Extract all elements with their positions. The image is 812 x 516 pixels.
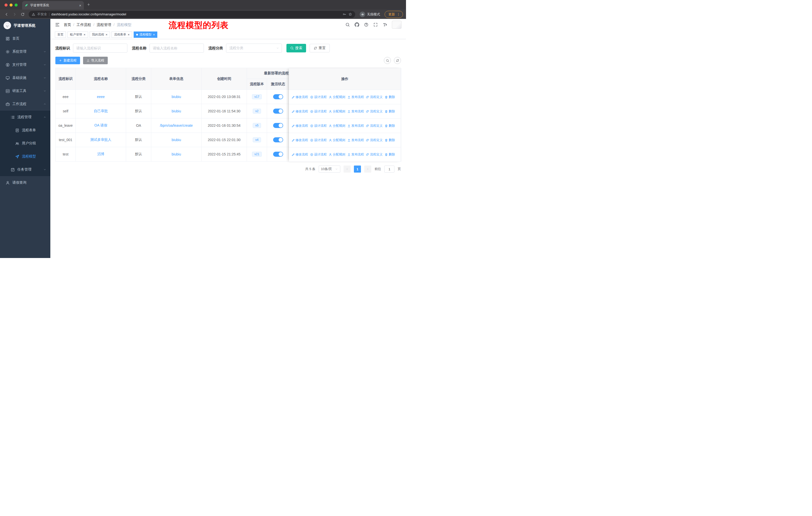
sidebar-item-user-group[interactable]: 用户分组	[0, 137, 50, 150]
help-icon[interactable]	[364, 22, 369, 27]
zoom-window-button[interactable]	[14, 3, 18, 6]
next-page-button[interactable]	[364, 166, 371, 172]
sidebar-item-process-manage[interactable]: 流程管理	[0, 111, 50, 124]
delete-link[interactable]: 删除	[385, 124, 395, 128]
close-tab-icon[interactable]: ×	[106, 33, 108, 36]
sidebar-item-payment[interactable]: 支付管理	[0, 58, 50, 71]
assign-rule-link[interactable]: 分配规则	[329, 153, 345, 157]
view-tab-home[interactable]: 首页	[55, 31, 66, 38]
process-key-input[interactable]	[73, 44, 127, 53]
modify-process-link[interactable]: 修改流程	[291, 138, 308, 142]
sidebar-item-home[interactable]: 首页	[0, 32, 50, 45]
publish-process-link[interactable]: 发布流程	[347, 109, 364, 114]
close-tab-icon[interactable]: ×	[153, 33, 155, 36]
process-definition-link[interactable]: 流程定义	[366, 124, 383, 128]
design-process-link[interactable]: 设计流程	[310, 138, 327, 142]
create-process-button[interactable]: 新建流程	[55, 57, 80, 64]
close-tab-icon[interactable]: ×	[79, 3, 81, 7]
process-name-link[interactable]: eeee	[97, 95, 105, 99]
delete-link[interactable]: 删除	[385, 138, 395, 142]
sidebar-item-system[interactable]: 系统管理	[0, 45, 50, 58]
hamburger-icon[interactable]	[55, 22, 60, 27]
publish-process-link[interactable]: 发布流程	[347, 153, 364, 157]
sidebar-item-process-form[interactable]: 流程表单	[0, 124, 50, 137]
assign-rule-link[interactable]: 分配规则	[329, 138, 345, 142]
view-tab-tenant-manage[interactable]: 租户管理×	[67, 31, 88, 38]
view-tab-process-form[interactable]: 流程表单×	[112, 31, 132, 38]
delete-link[interactable]: 删除	[385, 153, 395, 157]
process-definition-link[interactable]: 流程定义	[366, 109, 383, 114]
process-definition-link[interactable]: 流程定义	[366, 138, 383, 142]
assign-rule-link[interactable]: 分配规则	[329, 124, 345, 128]
bookmark-star-icon[interactable]	[348, 12, 352, 16]
process-name-link[interactable]: 自己审批	[94, 109, 108, 113]
close-window-button[interactable]	[4, 3, 7, 6]
modify-process-link[interactable]: 修改流程	[291, 109, 308, 114]
breadcrumb-item[interactable]: 工作流程	[77, 22, 91, 27]
sidebar-item-process-model[interactable]: 流程模型	[0, 150, 50, 163]
github-icon[interactable]	[355, 22, 359, 27]
minimize-window-button[interactable]	[9, 3, 12, 6]
sidebar-item-devtools[interactable]: 研发工具	[0, 84, 50, 98]
current-page-button[interactable]: 1	[354, 166, 361, 172]
assign-rule-link[interactable]: 分配规则	[329, 95, 345, 99]
sidebar-item-infrastructure[interactable]: 基础设施	[0, 71, 50, 84]
view-tab-my-process[interactable]: 我的流程×	[90, 31, 110, 38]
goto-page-input[interactable]	[384, 166, 395, 172]
back-button[interactable]	[3, 11, 10, 18]
design-process-link[interactable]: 设计流程	[310, 109, 327, 114]
reload-button[interactable]	[19, 11, 26, 18]
refresh-table-button[interactable]	[394, 57, 401, 64]
design-process-link[interactable]: 设计流程	[310, 124, 327, 128]
browser-menu-icon[interactable]	[397, 12, 400, 16]
sidebar-item-task-manage[interactable]: 任务管理	[0, 163, 50, 176]
design-process-link[interactable]: 设计流程	[310, 153, 327, 157]
close-tab-icon[interactable]: ×	[127, 33, 129, 36]
view-tab-process-model[interactable]: 流程模型×	[134, 31, 157, 38]
form-info-link[interactable]: biubiu	[172, 95, 181, 99]
font-size-icon[interactable]	[383, 22, 387, 27]
reset-button[interactable]: 重置	[310, 44, 330, 52]
breadcrumb-item[interactable]: 首页	[64, 22, 71, 27]
form-info-link[interactable]: biubiu	[172, 152, 181, 156]
delete-link[interactable]: 删除	[385, 95, 395, 99]
breadcrumb-item[interactable]: 流程模型	[117, 22, 132, 27]
browser-tab[interactable]: 芋道管理系统 ×	[22, 1, 84, 9]
process-name-input[interactable]	[149, 44, 204, 53]
active-toggle[interactable]	[273, 94, 283, 99]
sidebar-item-workflow[interactable]: 工作流程	[0, 98, 50, 111]
publish-process-link[interactable]: 发布流程	[347, 138, 364, 142]
assign-rule-link[interactable]: 分配规则	[329, 109, 345, 114]
active-toggle[interactable]	[273, 123, 283, 128]
design-process-link[interactable]: 设计流程	[310, 95, 327, 99]
process-definition-link[interactable]: 流程定义	[366, 95, 383, 99]
sidebar-item-leave-query[interactable]: 请假查询	[0, 176, 50, 189]
delete-link[interactable]: 删除	[385, 109, 395, 114]
modify-process-link[interactable]: 修改流程	[291, 95, 308, 99]
modify-process-link[interactable]: 修改流程	[291, 153, 308, 157]
active-toggle[interactable]	[273, 152, 283, 157]
modify-process-link[interactable]: 修改流程	[291, 124, 308, 128]
form-info-link[interactable]: biubiu	[172, 109, 181, 113]
close-tab-icon[interactable]: ×	[84, 33, 86, 36]
address-bar[interactable]: 不安全 dashboard.yudao.iocoder.cn/bpm/manag…	[29, 11, 355, 18]
publish-process-link[interactable]: 发布流程	[347, 95, 364, 99]
forward-button[interactable]	[11, 11, 18, 18]
page-size-select[interactable]: 10条/页	[319, 166, 340, 172]
user-avatar[interactable]	[392, 21, 402, 29]
form-info-link[interactable]: biubiu	[172, 138, 181, 142]
process-name-link[interactable]: 测试多审批人	[90, 138, 112, 142]
active-toggle[interactable]	[273, 137, 283, 142]
search-icon[interactable]	[345, 22, 350, 27]
active-toggle[interactable]	[273, 109, 283, 114]
process-name-link[interactable]: OA 请假	[94, 123, 107, 127]
new-tab-button[interactable]	[84, 3, 93, 9]
category-select[interactable]: 流程分类	[226, 44, 282, 53]
key-icon[interactable]	[343, 12, 346, 16]
fullscreen-icon[interactable]	[373, 22, 378, 27]
form-info-link[interactable]: /bpm/oa/leave/create	[160, 124, 193, 128]
publish-process-link[interactable]: 发布流程	[347, 124, 364, 128]
process-name-link[interactable]: 滔博	[97, 152, 105, 156]
prev-page-button[interactable]	[344, 166, 351, 172]
update-button[interactable]: 更新	[385, 11, 403, 18]
